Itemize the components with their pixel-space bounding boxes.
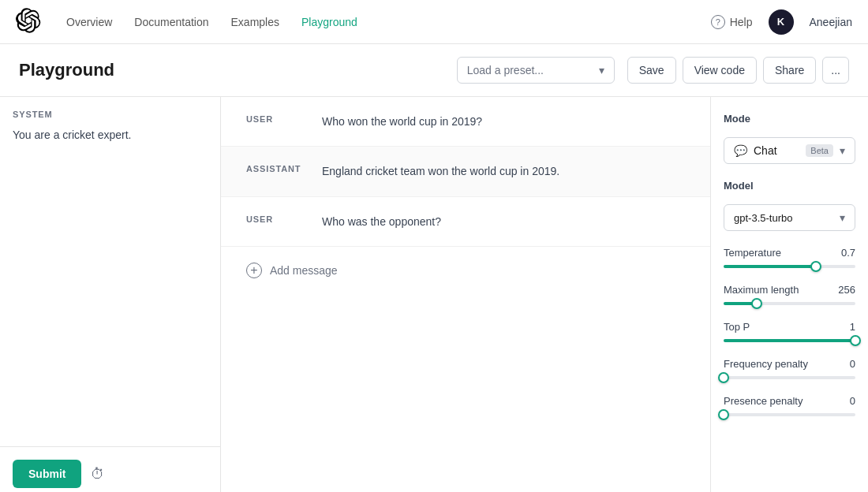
temperature-slider-thumb[interactable] bbox=[810, 261, 821, 272]
mode-name: Chat bbox=[754, 144, 799, 157]
chevron-down-icon: ▾ bbox=[840, 144, 845, 157]
chat-bubble-icon: 💬 bbox=[734, 144, 747, 157]
msg-role-2: ASSISTANT bbox=[246, 164, 309, 180]
add-icon: + bbox=[246, 263, 262, 278]
pres-penalty-label-row: Presence penalty 0 bbox=[724, 395, 855, 407]
save-button[interactable]: Save bbox=[627, 57, 676, 84]
mode-selector[interactable]: 💬 Chat Beta ▾ bbox=[724, 137, 855, 164]
add-message-button[interactable]: + Add message bbox=[221, 247, 710, 294]
help-button[interactable]: ? Help bbox=[711, 15, 753, 29]
page-title: Playground bbox=[19, 60, 444, 80]
more-options-button[interactable]: ... bbox=[822, 57, 849, 84]
chat-message-2: ASSISTANT England cricket team won the w… bbox=[221, 147, 710, 196]
chat-message-3: USER Who was the opponent? bbox=[221, 197, 710, 247]
header-buttons: Save View code Share ... bbox=[627, 57, 849, 84]
max-length-label: Maximum length bbox=[724, 284, 799, 296]
add-message-label: Add message bbox=[270, 264, 338, 277]
temperature-slider-track bbox=[724, 265, 855, 268]
settings-panel: Mode 💬 Chat Beta ▾ Model gpt-3.5-turbo ▾… bbox=[710, 97, 868, 492]
preset-dropdown[interactable]: Load a preset... ▾ bbox=[457, 57, 615, 84]
temperature-label-row: Temperature 0.7 bbox=[724, 247, 855, 259]
msg-content-1[interactable]: Who won the world cup in 2019? bbox=[322, 113, 685, 130]
nav-examples[interactable]: Examples bbox=[231, 16, 279, 28]
view-code-button[interactable]: View code bbox=[683, 57, 757, 84]
freq-penalty-group: Frequency penalty 0 bbox=[724, 358, 855, 379]
freq-penalty-value: 0 bbox=[850, 358, 855, 370]
chat-message-1: USER Who won the world cup in 2019? bbox=[221, 97, 710, 147]
nav-links: Overview Documentation Examples Playgrou… bbox=[66, 16, 357, 28]
pres-penalty-label: Presence penalty bbox=[724, 395, 803, 407]
top-p-label: Top P bbox=[724, 321, 750, 333]
top-nav: Overview Documentation Examples Playgrou… bbox=[0, 0, 868, 44]
temperature-label: Temperature bbox=[724, 247, 781, 259]
max-length-value: 256 bbox=[838, 284, 855, 296]
msg-content-2[interactable]: England cricket team won the world cup i… bbox=[322, 162, 685, 180]
temperature-value: 0.7 bbox=[841, 247, 855, 259]
top-p-label-row: Top P 1 bbox=[724, 321, 855, 333]
chevron-down-icon: ▾ bbox=[840, 211, 845, 224]
chat-area: USER Who won the world cup in 2019? ASSI… bbox=[221, 97, 710, 492]
submit-button[interactable]: Submit bbox=[13, 460, 81, 488]
top-p-slider-track bbox=[724, 339, 855, 342]
top-p-slider-thumb[interactable] bbox=[850, 335, 861, 346]
share-button[interactable]: Share bbox=[763, 57, 816, 84]
openai-logo[interactable] bbox=[16, 8, 41, 35]
system-panel-inner: SYSTEM You are a cricket expert. bbox=[0, 97, 220, 446]
nav-playground[interactable]: Playground bbox=[301, 16, 357, 28]
temperature-slider-fill bbox=[724, 265, 816, 268]
system-panel: SYSTEM You are a cricket expert. Submit … bbox=[0, 97, 221, 492]
mode-badge: Beta bbox=[806, 144, 833, 157]
system-label: SYSTEM bbox=[13, 110, 208, 119]
pres-penalty-slider-track bbox=[724, 413, 855, 416]
nav-right: ? Help K Aneejian bbox=[711, 9, 852, 35]
help-label: Help bbox=[730, 16, 753, 28]
msg-content-3[interactable]: Who was the opponent? bbox=[322, 213, 685, 230]
freq-penalty-slider-track bbox=[724, 376, 855, 379]
pres-penalty-group: Presence penalty 0 bbox=[724, 395, 855, 416]
freq-penalty-label-row: Frequency penalty 0 bbox=[724, 358, 855, 370]
model-selector[interactable]: gpt-3.5-turbo ▾ bbox=[724, 204, 855, 231]
max-length-label-row: Maximum length 256 bbox=[724, 284, 855, 296]
top-p-value: 1 bbox=[850, 321, 855, 333]
system-panel-bottom: Submit ⏱ bbox=[0, 446, 220, 492]
model-section-label: Model bbox=[724, 180, 855, 192]
max-length-slider-thumb[interactable] bbox=[751, 298, 762, 309]
page-header: Playground Load a preset... ▾ Save View … bbox=[0, 44, 868, 97]
mode-group: Mode 💬 Chat Beta ▾ bbox=[724, 113, 855, 164]
nav-documentation[interactable]: Documentation bbox=[134, 16, 208, 28]
freq-penalty-label: Frequency penalty bbox=[724, 358, 808, 370]
nav-overview[interactable]: Overview bbox=[66, 16, 112, 28]
top-p-group: Top P 1 bbox=[724, 321, 855, 342]
max-length-slider-track bbox=[724, 302, 855, 305]
mode-section-label: Mode bbox=[724, 113, 855, 125]
chevron-down-icon: ▾ bbox=[599, 64, 604, 76]
freq-penalty-slider-thumb[interactable] bbox=[718, 372, 729, 383]
max-length-group: Maximum length 256 bbox=[724, 284, 855, 305]
main-content: SYSTEM You are a cricket expert. Submit … bbox=[0, 97, 868, 492]
temperature-group: Temperature 0.7 bbox=[724, 247, 855, 268]
history-icon[interactable]: ⏱ bbox=[91, 466, 105, 483]
msg-role-3: USER bbox=[246, 214, 309, 230]
user-name: Aneejian bbox=[810, 16, 853, 28]
user-avatar[interactable]: K bbox=[769, 9, 794, 35]
preset-placeholder: Load a preset... bbox=[467, 64, 593, 76]
question-icon: ? bbox=[711, 15, 725, 29]
system-text[interactable]: You are a cricket expert. bbox=[13, 127, 208, 144]
model-group: Model gpt-3.5-turbo ▾ bbox=[724, 180, 855, 231]
pres-penalty-slider-thumb[interactable] bbox=[718, 409, 729, 420]
top-p-slider-fill bbox=[724, 339, 855, 342]
msg-role-1: USER bbox=[246, 114, 309, 130]
model-name: gpt-3.5-turbo bbox=[734, 212, 833, 224]
pres-penalty-value: 0 bbox=[850, 395, 855, 407]
